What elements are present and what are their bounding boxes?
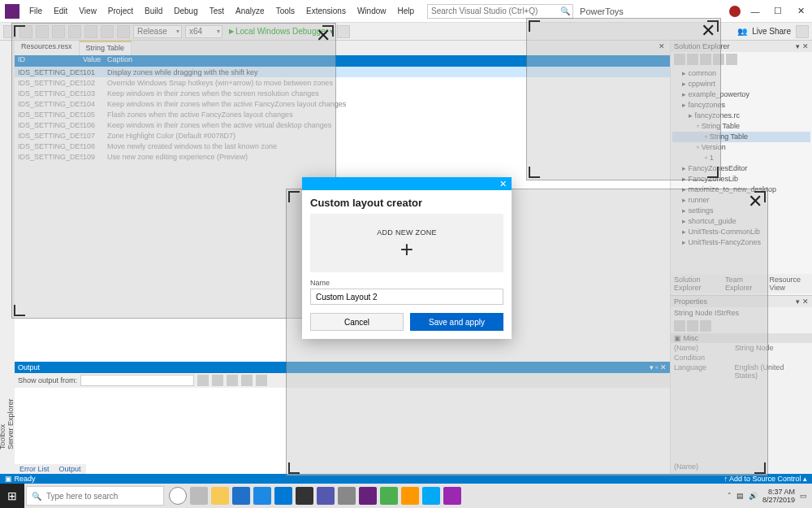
bottom-tool-tabs: Error List Output bbox=[15, 464, 86, 474]
output-source-dropdown[interactable] bbox=[80, 375, 194, 386]
user-avatar-icon[interactable] bbox=[729, 6, 741, 17]
windows-taskbar: ⊞ 🔍 Type here to search ˄ ▤ 🔊 8:37 AM 8/… bbox=[0, 484, 812, 508]
teams-icon[interactable] bbox=[317, 487, 335, 505]
taskbar-clock[interactable]: 8:37 AM 8/27/2019 bbox=[762, 488, 795, 504]
tray-volume-icon[interactable]: 🔊 bbox=[749, 492, 758, 500]
add-zone-label: ADD NEW ZONE bbox=[377, 228, 437, 237]
quick-launch-search[interactable] bbox=[427, 4, 573, 19]
taskbar-search-placeholder: Type here to search bbox=[46, 492, 118, 501]
menu-analyze[interactable]: Analyze bbox=[231, 3, 270, 19]
zone-close-icon[interactable]: ✕ bbox=[748, 194, 762, 209]
start-button[interactable]: ⊞ bbox=[0, 484, 24, 508]
feedback-icon[interactable] bbox=[796, 25, 809, 38]
tab-resource-view[interactable]: Resource View bbox=[767, 274, 812, 293]
fancyzone-region[interactable]: ✕ bbox=[526, 18, 721, 180]
maximize-button[interactable]: ☐ bbox=[770, 6, 786, 16]
vs-icon[interactable] bbox=[359, 487, 377, 505]
dialog-title: Custom layout creator bbox=[302, 190, 512, 214]
app-icon[interactable] bbox=[380, 487, 398, 505]
menu-tools[interactable]: Tools bbox=[271, 3, 300, 19]
zone-close-icon[interactable]: ✕ bbox=[316, 28, 330, 43]
live-share-button[interactable]: Live Share bbox=[752, 27, 791, 36]
main-menu: File Edit View Project Build Debug Test … bbox=[24, 3, 419, 19]
menu-file[interactable]: File bbox=[24, 3, 47, 19]
app-icon[interactable] bbox=[443, 487, 461, 505]
app-icon[interactable] bbox=[401, 487, 419, 505]
custom-layout-creator-dialog: ✕ Custom layout creator ADD NEW ZONE + N… bbox=[302, 177, 512, 339]
vs-logo-icon bbox=[5, 4, 19, 19]
search-icon[interactable]: 🔍 bbox=[560, 7, 570, 15]
dialog-close-icon[interactable]: ✕ bbox=[495, 179, 512, 189]
edge-icon[interactable] bbox=[253, 487, 271, 505]
tab-toolbox[interactable]: Toolbox bbox=[0, 46, 6, 449]
output-tool-icon[interactable] bbox=[241, 375, 253, 386]
menu-build[interactable]: Build bbox=[140, 3, 167, 19]
output-tool-icon[interactable] bbox=[256, 375, 267, 386]
terminal-icon[interactable] bbox=[296, 487, 313, 505]
cortana-icon[interactable] bbox=[169, 487, 187, 505]
taskbar-pinned bbox=[169, 487, 461, 505]
action-center-icon[interactable]: ▭ bbox=[800, 492, 807, 500]
save-and-apply-button[interactable]: Save and apply bbox=[410, 313, 503, 331]
menu-help[interactable]: Help bbox=[392, 3, 419, 19]
menu-view[interactable]: View bbox=[74, 3, 102, 19]
plus-icon: + bbox=[400, 241, 413, 258]
app-icon[interactable] bbox=[422, 487, 440, 505]
menu-extensions[interactable]: Extensions bbox=[301, 3, 351, 19]
menu-project[interactable]: Project bbox=[103, 3, 138, 19]
output-tool-icon[interactable] bbox=[227, 375, 238, 386]
dialog-titlebar[interactable]: ✕ bbox=[302, 177, 512, 190]
menu-test[interactable]: Test bbox=[205, 3, 229, 19]
minimize-button[interactable]: ― bbox=[747, 7, 763, 16]
layout-name-label: Name bbox=[302, 272, 512, 289]
explorer-icon[interactable] bbox=[211, 487, 229, 505]
se-tool-icon[interactable] bbox=[726, 54, 737, 65]
tab-output[interactable]: Output bbox=[54, 464, 86, 474]
app-icon[interactable] bbox=[338, 487, 356, 505]
tray-network-icon[interactable]: ▤ bbox=[736, 492, 744, 500]
menu-window[interactable]: Window bbox=[352, 3, 391, 19]
output-tool-icon[interactable] bbox=[212, 375, 223, 386]
close-button[interactable]: ✕ bbox=[793, 6, 809, 16]
status-ready: ▣ Ready bbox=[5, 475, 36, 483]
vscode-icon[interactable] bbox=[274, 487, 292, 505]
cancel-button[interactable]: Cancel bbox=[310, 313, 404, 331]
output-show-from-label: Show output from: bbox=[18, 376, 77, 384]
tab-error-list[interactable]: Error List bbox=[15, 464, 54, 474]
tray-chevron-icon[interactable]: ˄ bbox=[728, 492, 732, 500]
search-icon: 🔍 bbox=[32, 492, 41, 501]
menu-debug[interactable]: Debug bbox=[169, 3, 202, 19]
live-share-icon[interactable]: 👥 bbox=[737, 27, 747, 36]
app-title: PowerToys bbox=[580, 7, 624, 16]
outlook-icon[interactable] bbox=[232, 487, 250, 505]
layout-name-input[interactable] bbox=[310, 289, 503, 305]
add-new-zone-button[interactable]: ADD NEW ZONE + bbox=[310, 214, 503, 272]
taskbar-search[interactable]: 🔍 Type here to search bbox=[26, 486, 164, 506]
task-view-icon[interactable] bbox=[190, 487, 208, 505]
menu-edit[interactable]: Edit bbox=[49, 3, 72, 19]
zone-close-icon[interactable]: ✕ bbox=[701, 24, 715, 38]
output-tool-icon[interactable] bbox=[197, 375, 209, 386]
tool-icon[interactable] bbox=[337, 25, 350, 38]
